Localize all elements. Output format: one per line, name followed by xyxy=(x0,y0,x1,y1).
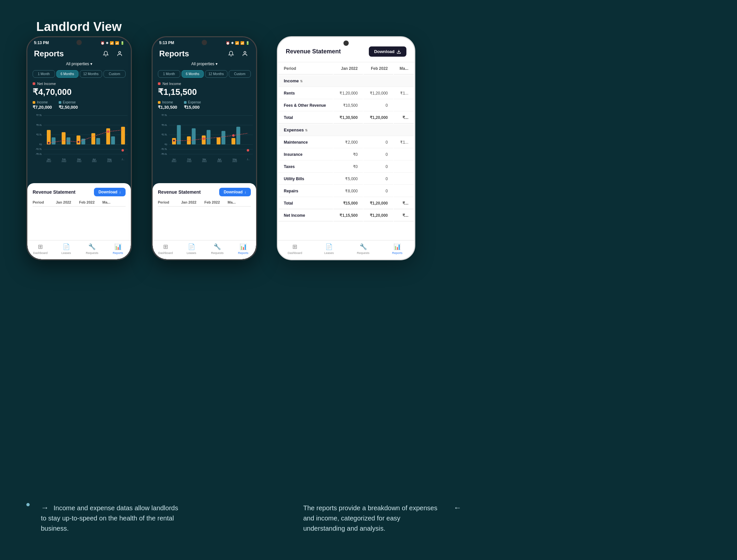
table-header-1: Period Jan 2022 Feb 2022 Ma... xyxy=(33,200,126,207)
signal-icon: 📶 xyxy=(115,41,119,45)
rents-label: Rents xyxy=(278,88,333,99)
filter-1month[interactable]: 1 Month xyxy=(33,70,55,78)
expense-indicator xyxy=(59,101,61,104)
filter-12months[interactable]: 12 Months xyxy=(80,70,102,78)
filter2-6months[interactable]: 6 Months xyxy=(182,70,204,78)
col-feb-1: Feb 2022 xyxy=(79,200,102,204)
income-total-jan: ₹1,30,500 xyxy=(333,112,363,124)
th-feb: Feb 2022 xyxy=(363,63,393,74)
svg-text:J...: J... xyxy=(122,158,125,160)
maintenance-label: Maintenance xyxy=(278,137,333,148)
svg-text:₹0: ₹0 xyxy=(39,143,42,146)
income-item: Income ₹7,20,000 xyxy=(33,100,52,110)
repairs-feb: 0 xyxy=(363,185,393,197)
filter-custom[interactable]: Custom xyxy=(103,70,126,78)
nav-leases-1[interactable]: 📄 Leases xyxy=(53,243,79,255)
download-btn-1[interactable]: Download ↓ xyxy=(94,188,126,196)
svg-rect-14 xyxy=(52,137,56,145)
rents-mar: ₹1... xyxy=(394,88,414,99)
phones-area: 5:13 PM ⏰ ✱ 📶 📶 🔋 Reports xyxy=(26,36,415,260)
svg-point-27 xyxy=(122,149,124,151)
panel-3-table-scroll[interactable]: Period Jan 2022 Feb 2022 Ma... Income ⇅ xyxy=(278,62,414,245)
expenses-section-header: Expenses ⇅ xyxy=(278,124,414,136)
col-feb-2: Feb 2022 xyxy=(204,200,228,204)
svg-text:₹0: ₹0 xyxy=(164,143,167,146)
net-income-value-2: ₹1,15,500 xyxy=(158,87,251,97)
income-label: Income xyxy=(37,100,48,104)
svg-text:2022: 2022 xyxy=(172,160,177,163)
svg-rect-59 xyxy=(221,131,225,144)
insurance-feb: 0 xyxy=(363,149,393,160)
fees-jan: ₹10,500 xyxy=(333,100,363,111)
phone-2-shell: 5:13 PM ⏰ ✱ 📶 📶 🔋 Reports xyxy=(152,36,257,260)
phone-2-properties-selector[interactable]: All properties ▾ xyxy=(153,60,256,69)
nav-requests-2[interactable]: 🔧 Requests xyxy=(204,243,230,255)
reports-icon-2: 📊 xyxy=(240,243,247,250)
phone-1-chart: ₹7.5L ₹5.0L ₹2.5L ₹0 -₹2.5L -₹5.0L xyxy=(27,112,131,164)
expense-value-2: ₹15,000 xyxy=(184,105,201,110)
expense-total-feb: ₹1,20,000 xyxy=(363,198,393,209)
nav-dashboard-3[interactable]: ⊞ Dashboard xyxy=(278,243,312,255)
col-mar-2: Ma... xyxy=(228,200,251,204)
net-income-value: ₹4,70,000 xyxy=(33,87,126,97)
svg-text:₹7.5L: ₹7.5L xyxy=(36,114,42,116)
bell-icon-2[interactable] xyxy=(226,49,236,58)
phone-2-header-icons xyxy=(226,49,249,58)
nav-requests-label-3: Requests xyxy=(357,251,370,255)
maintenance-feb: 0 xyxy=(363,137,393,148)
phone-2-net-income: Net Income ₹1,15,500 xyxy=(153,80,256,99)
phone-1-revenue-sheet: Revenue Statement Download ↓ Period Jan … xyxy=(27,183,131,241)
svg-text:2022: 2022 xyxy=(46,160,51,163)
nav-reports-2[interactable]: 📊 Reports xyxy=(230,243,256,255)
svg-rect-58 xyxy=(216,137,220,145)
nav-dashboard-1[interactable]: ⊞ Dashboard xyxy=(27,243,53,255)
maintenance-row: Maintenance ₹2,000 0 ₹1... xyxy=(278,137,414,148)
expense-total-mar: ₹... xyxy=(394,198,414,209)
download-btn-2[interactable]: Download ↓ xyxy=(219,188,251,196)
nav-leases-label-3: Leases xyxy=(324,251,334,255)
nav-requests-3[interactable]: 🔧 Requests xyxy=(346,243,381,255)
table-header-2: Period Jan 2022 Feb 2022 Ma... xyxy=(158,200,251,207)
wifi-icon-2: 📶 xyxy=(235,41,239,45)
svg-text:2022: 2022 xyxy=(232,160,237,163)
svg-text:2022: 2022 xyxy=(62,160,67,163)
phone-1-properties-selector[interactable]: All properties ▾ xyxy=(27,60,131,69)
filter2-1month[interactable]: 1 Month xyxy=(158,70,180,78)
nav-leases-2[interactable]: 📄 Leases xyxy=(179,243,205,255)
svg-point-62 xyxy=(173,140,175,142)
user-icon[interactable] xyxy=(115,49,124,58)
income-item-2: Income ₹1,30,500 xyxy=(158,100,177,110)
alarm-icon: ⏰ xyxy=(100,41,104,45)
utility-jan: ₹5,000 xyxy=(333,173,363,185)
svg-rect-18 xyxy=(81,139,85,145)
expense-label-2: Expense xyxy=(188,100,201,104)
phone-1-app-title: Reports xyxy=(34,49,64,58)
phone-2-chart: ₹7.5L ₹5.0L ₹2.5L ₹0 -₹2.5L -₹5.0L xyxy=(153,112,256,164)
filter2-custom[interactable]: Custom xyxy=(229,70,251,78)
nav-dashboard-2[interactable]: ⊞ Dashboard xyxy=(153,243,179,255)
phone-1-shell: 5:13 PM ⏰ ✱ 📶 📶 🔋 Reports xyxy=(26,36,132,260)
revenue-title-2: Revenue Statement xyxy=(158,189,201,195)
svg-point-25 xyxy=(77,141,79,143)
nav-requests-1[interactable]: 🔧 Requests xyxy=(79,243,105,255)
phone-2-app-header: Reports xyxy=(153,46,256,60)
filter2-12months[interactable]: 12 Months xyxy=(205,70,227,78)
phone-2-status-icons: ⏰ ✱ 📶 📶 🔋 xyxy=(226,41,249,45)
income-total-mar: ₹... xyxy=(394,112,414,124)
expense-value: ₹2,50,000 xyxy=(59,105,78,110)
income-total-feb: ₹1,20,000 xyxy=(363,112,393,124)
nav-reports-1[interactable]: 📊 Reports xyxy=(105,243,131,255)
panel-download-btn[interactable]: Download xyxy=(369,46,407,57)
bell-icon[interactable] xyxy=(101,49,110,58)
net-income-indicator-2 xyxy=(158,82,160,85)
phone-1-time: 5:13 PM xyxy=(34,41,49,45)
filter-6months[interactable]: 6 Months xyxy=(56,70,79,78)
nav-leases-3[interactable]: 📄 Leases xyxy=(312,243,346,255)
nav-requests-label-1: Requests xyxy=(86,251,98,255)
nav-reports-label-1: Reports xyxy=(113,251,123,255)
user-icon-2[interactable] xyxy=(240,49,249,58)
nav-reports-3[interactable]: 📊 Reports xyxy=(381,243,415,255)
dashboard-icon-3: ⊞ xyxy=(292,243,297,250)
utility-feb: 0 xyxy=(363,173,393,185)
col-period-1: Period xyxy=(33,200,56,204)
